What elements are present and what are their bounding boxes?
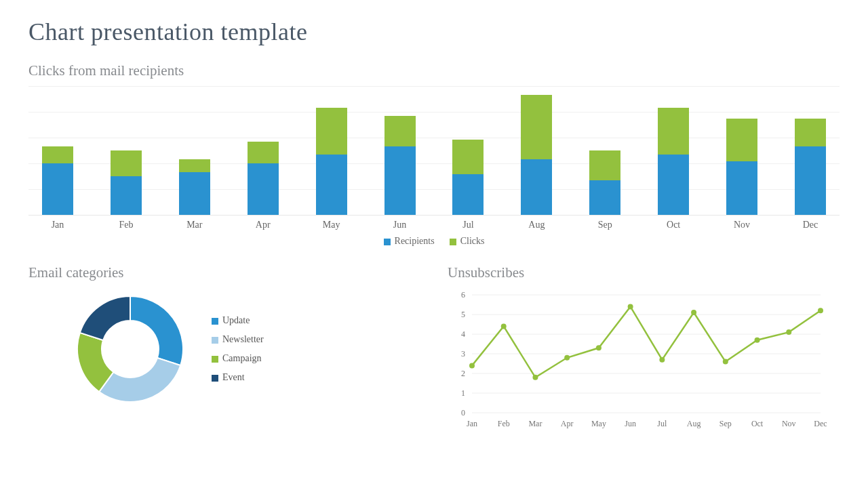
unsub-chart: Unsubscribes 0123456JanFebMarAprMayJunJu… [448,264,840,433]
line-marker [596,345,601,350]
bar-segment [179,159,210,172]
x-tick-label: Sep [589,220,620,230]
x-tick-label: Aug [687,419,701,428]
categories-legend: UpdateNewsletterCampaignEvent [212,307,264,391]
legend-item: Clicks [450,236,485,247]
clicks-title: Clicks from mail recipients [28,62,840,79]
clicks-legend: RecipientsClicks [28,236,840,247]
line-marker [564,355,570,361]
bar-segment [726,161,757,215]
bar-segment [658,155,689,215]
x-tick-label: Sep [719,419,732,428]
line-marker [469,363,475,368]
legend-item: Recipients [384,236,435,247]
legend-item: Event [212,372,264,383]
line-marker [501,323,507,329]
x-tick-label: Jun [384,220,416,230]
x-tick-label: Jan [467,419,477,428]
line-marker [818,308,823,313]
x-tick-label: Dec [814,419,827,428]
bar-segment [179,172,210,215]
x-tick-label: Mar [179,220,210,230]
x-tick-label: Apr [248,220,279,230]
line-marker [532,375,538,380]
y-tick-label: 6 [461,290,465,300]
x-tick-label: Jul [452,220,484,230]
bar-segment [248,142,279,163]
x-tick-label: Aug [521,220,552,230]
bar-segment [795,119,826,146]
bar-segment [726,119,757,161]
y-tick-label: 1 [461,388,465,398]
x-tick-label: May [316,220,347,230]
x-tick-label: Jun [625,419,636,428]
bar-segment [111,176,142,215]
bar-segment [658,108,689,155]
x-tick-label: Dec [795,220,826,230]
legend-item: Campaign [212,353,264,364]
bar-segment [589,150,620,180]
bar-segment [42,146,73,163]
bar-segment [248,163,279,215]
bar-segment [521,159,552,215]
bar-segment [452,174,484,215]
bar-segment [384,116,416,146]
y-tick-label: 5 [461,310,465,319]
slide-title: Chart presentation template [28,18,840,46]
y-tick-label: 3 [461,349,465,359]
bar-segment [795,146,826,215]
bar-segment [384,146,416,215]
line-chart-svg: 0123456JanFebMarAprMayJunJulAugSepOctNov… [448,288,827,430]
line-marker [755,338,760,343]
x-tick-label: Nov [726,220,757,230]
donut-slice [80,296,130,340]
donut-slice [99,358,180,402]
categories-title: Email categories [28,264,420,281]
line-marker [691,310,696,315]
x-tick-label: Feb [111,220,142,230]
legend-item: Update [212,315,264,326]
bar-segment [42,163,73,215]
donut-icon [69,288,191,410]
x-tick-label: Apr [561,419,574,428]
unsub-title: Unsubscribes [448,264,840,281]
categories-chart: Email categories UpdateNewsletterCampaig… [28,264,420,433]
x-tick-label: May [591,419,606,428]
x-tick-label: Jul [657,419,667,428]
bar-segment [316,108,347,155]
y-tick-label: 0 [461,408,465,418]
bar-segment [316,155,347,215]
line-series [472,306,821,377]
x-tick-label: Oct [751,419,764,428]
y-tick-label: 2 [461,369,465,378]
legend-item: Newsletter [212,334,264,345]
clicks-chart: Clicks from mail recipients JanFebMarApr… [28,62,840,247]
line-marker [786,329,791,335]
bar-segment [452,140,484,174]
x-tick-label: Feb [498,419,510,428]
line-marker [723,359,728,365]
x-tick-label: Jan [42,220,73,230]
line-marker [628,304,633,309]
x-tick-label: Oct [658,220,689,230]
bar-segment [589,180,620,215]
x-tick-label: Nov [782,419,796,428]
bar-segment [111,150,142,176]
donut-slice [130,296,183,365]
bar-segment [521,95,552,159]
x-tick-label: Mar [528,419,542,428]
line-marker [659,357,665,363]
y-tick-label: 4 [461,329,465,339]
